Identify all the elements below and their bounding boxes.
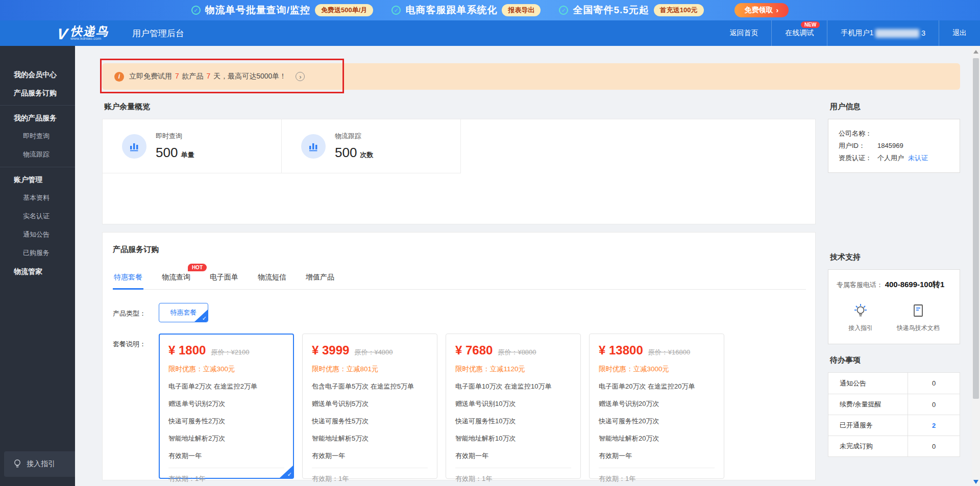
nav-logout[interactable]: 退出 bbox=[939, 20, 980, 46]
masked-phone-blur bbox=[875, 29, 919, 38]
sidebar-item-basic-info[interactable]: 基本资料 bbox=[0, 189, 75, 207]
package-card-1800[interactable]: ¥ 1800 原价：¥2100 限时优惠：立减300元 电子面单2万次 在途监控… bbox=[159, 334, 294, 479]
package-card-7680[interactable]: ¥ 7680 原价：¥8800 限时优惠：立减1120元 电子面单10万次 在途… bbox=[446, 334, 581, 479]
page: ✓ 物流单号批量查询/监控 免费送500单/月 ✓ 电商客服跟单系统化 报表导出… bbox=[0, 0, 980, 486]
tab-logistics-query[interactable]: 物流查询 HOT bbox=[161, 268, 191, 289]
feature: 智能地址解析5万次 bbox=[312, 434, 428, 443]
tab-logistics-sms[interactable]: 物流短信 bbox=[257, 268, 287, 289]
sidebar-item-notices[interactable]: 通知公告 bbox=[0, 225, 75, 244]
arrow-right-icon: › bbox=[776, 6, 779, 14]
tech-support-card: 专属客服电话： 400-8699-100转1 bbox=[828, 269, 960, 344]
sidebar-item-real-name[interactable]: 实名认证 bbox=[0, 207, 75, 225]
kdniao-logo[interactable]: V 快递鸟 www.kdniao.com bbox=[57, 25, 109, 41]
sidebar-item-member-center[interactable]: 我的会员中心 bbox=[0, 65, 75, 84]
user-name-prefix: 手机用户1 bbox=[841, 29, 873, 38]
tab-electronic-waybill[interactable]: 电子面单 bbox=[209, 268, 239, 289]
lightbulb-rays-icon bbox=[854, 303, 867, 319]
feature: 赠送单号识别2万次 bbox=[168, 399, 284, 408]
tab-value-added[interactable]: 增值产品 bbox=[305, 268, 335, 289]
todo-value: 0 bbox=[908, 394, 960, 415]
balance-unit: 次数 bbox=[360, 151, 373, 159]
scrollbar-thumb[interactable] bbox=[973, 58, 979, 399]
sidebar-item-logistics-manager[interactable]: 物流管家 bbox=[0, 262, 75, 280]
bar-chart-icon bbox=[122, 134, 146, 159]
promo-item-tracking[interactable]: ✓ 物流单号批量查询/监控 免费送500单/月 bbox=[191, 4, 374, 17]
original-price: 原价：¥8800 bbox=[498, 348, 536, 357]
access-guide-link-label: 接入指引 bbox=[848, 324, 873, 332]
hot-badge: HOT bbox=[188, 264, 207, 271]
sidebar-item-my-products[interactable]: 我的产品服务 bbox=[0, 109, 75, 127]
balance-value: 500 bbox=[335, 145, 357, 160]
scroll-up-arrow-icon[interactable] bbox=[973, 50, 978, 54]
validity: 有效期：1年 bbox=[168, 468, 284, 486]
uid-label: 用户ID： bbox=[839, 140, 877, 152]
sidebar-item-instant-query[interactable]: 即时查询 bbox=[0, 127, 75, 145]
todo-row-notices[interactable]: 通知公告 0 bbox=[828, 373, 960, 394]
phone-line: 专属客服电话： 400-8699-100转1 bbox=[837, 280, 951, 290]
original-price: 原价：¥4800 bbox=[354, 348, 393, 357]
promo-line: 限时优惠：立减1120元 bbox=[455, 365, 571, 374]
feature: 赠送单号识别10万次 bbox=[455, 399, 571, 408]
todo-label: 未完成订购 bbox=[828, 442, 908, 451]
balance-label: 物流跟踪 bbox=[335, 132, 373, 141]
package-card-13800[interactable]: ¥ 13800 原价：¥16800 限时优惠：立减3000元 电子面单20万次 … bbox=[589, 334, 724, 479]
original-price: 原价：¥2100 bbox=[211, 348, 249, 357]
tab-special-package[interactable]: 特惠套餐 bbox=[113, 268, 143, 290]
product-type-label: 产品类型： bbox=[113, 303, 159, 322]
access-guide-button[interactable]: 接入指引 bbox=[4, 451, 86, 477]
notice-highlight-number: 7 bbox=[205, 72, 211, 80]
nav-online-debug[interactable]: 在线调试 NEW bbox=[771, 20, 827, 46]
validity: 有效期：1年 bbox=[599, 468, 715, 486]
uid-value: 1845969 bbox=[877, 140, 903, 152]
header-nav: 返回首页 在线调试 NEW 手机用户1 3 退出 bbox=[716, 20, 980, 46]
todo-table: 通知公告 0 续费/余量提醒 0 已开通服务 2 未完成订购 0 bbox=[828, 372, 960, 457]
promo-item-ecommerce[interactable]: ✓ 电商客服跟单系统化 报表导出 bbox=[391, 4, 541, 17]
package-card-3999[interactable]: ¥ 3999 原价：¥4800 限时优惠：立减801元 包含电子面单5万次 在途… bbox=[302, 334, 437, 479]
todo-row-opened-services[interactable]: 已开通服务 2 bbox=[828, 415, 960, 436]
promo-badge: 免费送500单/月 bbox=[315, 4, 373, 16]
feature: 赠送单号识别5万次 bbox=[312, 399, 428, 408]
price: ¥ 13800 bbox=[599, 343, 643, 357]
original-price: 原价：¥16800 bbox=[648, 348, 690, 357]
sidebar-item-account-mgmt[interactable]: 账户管理 bbox=[0, 170, 75, 189]
info-icon: i bbox=[114, 72, 124, 82]
cert-value: 个人用户 bbox=[877, 152, 904, 164]
feature: 包含电子面单5万次 在途监控5万单 bbox=[312, 382, 428, 391]
todo-value-link[interactable]: 2 bbox=[908, 415, 960, 436]
app-header: V 快递鸟 www.kdniao.com 用户管理后台 返回首页 在线调试 NE… bbox=[0, 20, 980, 46]
feature: 电子面单20万次 在途监控20万单 bbox=[599, 382, 715, 391]
free-claim-button[interactable]: 免费领取 › bbox=[734, 3, 789, 17]
user-info-card: 公司名称： 用户ID： 1845969 资质认证： 个人用户 未认证 bbox=[828, 119, 960, 173]
validity: 有效期：1年 bbox=[312, 468, 428, 486]
sidebar-item-product-order[interactable]: 产品服务订购 bbox=[0, 84, 75, 102]
validity: 有效期：1年 bbox=[455, 468, 571, 486]
promo-item-shipping[interactable]: ✓ 全国寄件5.5元起 首充送100元 bbox=[559, 4, 703, 17]
tech-docs-link[interactable]: 快递鸟技术文档 bbox=[897, 303, 940, 332]
product-type-value: 特惠套餐 bbox=[170, 308, 197, 317]
balance-cell-instant-query: 即时查询 500单量 bbox=[103, 119, 282, 173]
sidebar-item-logistics-tracking[interactable]: 物流跟踪 bbox=[0, 145, 75, 164]
feature: 有效期一年 bbox=[312, 451, 428, 461]
feature: 智能地址解析20万次 bbox=[599, 434, 715, 443]
product-type-button[interactable]: 特惠套餐 ✓ bbox=[159, 303, 208, 322]
trial-notice-banner[interactable]: i 立即免费试用 7 款产品 7 天，最高可达5000单！ › bbox=[102, 63, 960, 90]
balance-overview-card: 即时查询 500单量 bbox=[102, 119, 816, 224]
sidebar-item-purchased[interactable]: 已购服务 bbox=[0, 244, 75, 262]
access-guide-link[interactable]: 接入指引 bbox=[848, 303, 873, 332]
todo-row-unfinished-orders[interactable]: 未完成订购 0 bbox=[828, 436, 960, 456]
vertical-scrollbar[interactable] bbox=[972, 46, 980, 486]
feature: 快递可服务性10万次 bbox=[455, 417, 571, 426]
lightbulb-icon bbox=[13, 459, 21, 469]
price: ¥ 1800 bbox=[168, 343, 206, 357]
balance-section-title: 账户余量概览 bbox=[104, 102, 816, 112]
logo-url: www.kdniao.com bbox=[70, 37, 109, 41]
nav-back-home[interactable]: 返回首页 bbox=[716, 20, 771, 46]
todo-row-renewal[interactable]: 续费/余量提醒 0 bbox=[828, 394, 960, 415]
document-icon bbox=[912, 303, 925, 319]
feature: 有效期一年 bbox=[599, 451, 715, 461]
scroll-down-arrow-icon[interactable] bbox=[973, 480, 978, 484]
nav-user-account[interactable]: 手机用户1 3 bbox=[827, 20, 939, 46]
chevron-right-circle-icon[interactable]: › bbox=[296, 72, 305, 81]
not-certified-link[interactable]: 未认证 bbox=[908, 152, 928, 164]
price: ¥ 7680 bbox=[455, 343, 493, 357]
